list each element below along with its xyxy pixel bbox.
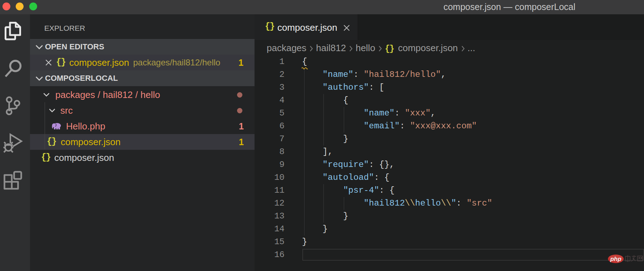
svg-text:php: php: [610, 256, 621, 262]
